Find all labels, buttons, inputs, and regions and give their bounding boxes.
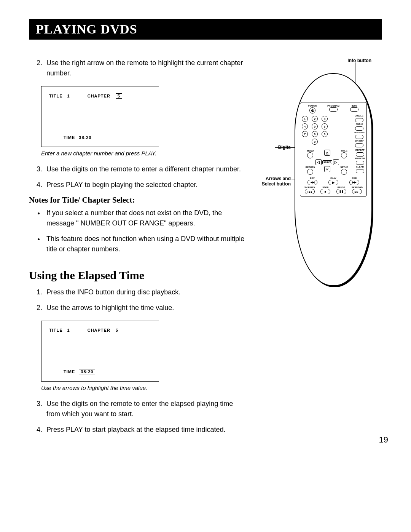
return-button — [307, 169, 313, 175]
title-button — [341, 152, 347, 158]
digit-8: 8 — [312, 131, 318, 137]
skipfwd-label: SKIP FWD — [352, 186, 363, 189]
power-button: ⏻ — [309, 107, 315, 113]
pause-button: ❚❚ — [336, 189, 346, 194]
osd-chapter-label: CHAPTER — [88, 94, 110, 98]
return-label: RETURN — [306, 166, 315, 168]
stop-label: STOP — [322, 186, 328, 189]
osd-time-value: 38:20 — [79, 135, 91, 140]
program-label: PROGRAM — [327, 105, 339, 107]
osd-chapter-label: CHAPTER — [88, 328, 110, 332]
notes-heading: Notes for Title/ Chapter Select: — [29, 195, 245, 205]
rev-label: REV — [310, 177, 314, 179]
select-button: SELECT — [322, 160, 332, 164]
skiprev-label: SKIP REV — [304, 186, 315, 189]
onoff-button — [355, 143, 363, 147]
osd-time-label: TIME — [64, 135, 75, 140]
step-item: Use the arrows to highlight the time val… — [44, 303, 245, 313]
osd-chapter-value: 5 — [116, 93, 122, 99]
osd-title-label: TITLE — [49, 328, 63, 332]
angle-button — [355, 118, 363, 122]
fwd-label: FWD — [352, 177, 357, 179]
angle-label: ANGLE — [355, 115, 363, 117]
pause-label: PAUSE — [338, 186, 345, 189]
power-label: POWER — [308, 105, 317, 107]
program-button — [329, 107, 338, 112]
title-label: TITLE — [341, 150, 347, 152]
osd-title-value: 1 — [67, 94, 70, 98]
notes-list: If you select a number that does not exi… — [29, 208, 245, 254]
digit-3: 3 — [322, 116, 328, 122]
steps-c: Press the INFO button during disc playba… — [29, 287, 245, 313]
info-label: INFO — [352, 105, 357, 107]
digit-4: 4 — [302, 123, 308, 129]
steps-b: Use the digits on the remote to enter a … — [29, 164, 245, 190]
step-item: Press the INFO button during disc playba… — [44, 287, 245, 297]
step-item: Use the digits on the remote to enter a … — [44, 164, 245, 174]
clear-button — [356, 169, 364, 173]
steps-d: Use the digits on the remote to enter th… — [29, 399, 245, 435]
skiprev-button: |◀◀ — [305, 189, 315, 194]
step-item: Use the digits on the remote to enter th… — [44, 399, 245, 419]
clear-label: CLEAR — [356, 166, 364, 168]
osd-caption: Use the arrows to highlight the time val… — [41, 385, 245, 391]
subtitle-button — [355, 135, 363, 139]
callout-arrows: Arrows and Select button — [256, 176, 291, 187]
osd-time-value: 38:20 — [79, 369, 95, 374]
page-number: 19 — [379, 435, 388, 445]
info-button — [350, 107, 358, 112]
osd-time-label: TIME — [64, 369, 75, 374]
digit-7: 7 — [302, 131, 308, 137]
osd-chapter: TITLE 1 CHAPTER 5 TIME 38:20 — [41, 86, 159, 147]
setup-button — [341, 169, 347, 175]
callout-info: Info button — [347, 58, 371, 63]
audio-label: AUDIO — [356, 123, 363, 125]
stop-button: ■ — [320, 189, 330, 194]
osd-caption: Enter a new chapter number and press PLA… — [41, 150, 245, 157]
digit-0: 0 — [312, 139, 318, 145]
digit-6: 6 — [322, 123, 328, 129]
remote-body: POWER ⏻ PROGRAM INFO — [295, 73, 372, 286]
arrow-left: ◁ — [315, 159, 322, 165]
skipfwd-button: ▶▶| — [352, 189, 362, 194]
osd-title-value: 1 — [67, 328, 70, 332]
step-item: Press PLAY to start playback at the elap… — [44, 425, 245, 435]
digit-9: 9 — [322, 131, 328, 137]
steps-a: Use the right arrow on the remote to hig… — [29, 58, 245, 78]
rev-button: ◀◀ — [307, 180, 317, 185]
arrow-up: △ — [324, 150, 330, 156]
digit-1: 1 — [302, 116, 308, 122]
note-item: This feature does not function when usin… — [44, 234, 245, 254]
play-button: ▶ — [328, 180, 338, 185]
menu-label: MENU — [307, 150, 314, 152]
onoff-label: ON-OFF — [355, 140, 364, 142]
remote-diagram: Info button Digits Arrows and Select but… — [256, 58, 382, 286]
section-title: PLAYING DVDS — [29, 19, 382, 40]
play-label: PLAY — [330, 177, 336, 179]
repeat-label: REPEAT — [355, 149, 365, 151]
osd-chapter-value: 5 — [116, 328, 118, 332]
arrow-right: ▷ — [333, 159, 339, 165]
audio-button — [355, 126, 363, 131]
digit-pad: 1 4 7 2 5 8 0 — [302, 115, 328, 146]
section-heading: Using the Elapsed Time — [29, 269, 245, 282]
menu-button — [307, 152, 313, 158]
repeat-button — [356, 152, 364, 157]
arrow-down: ▽ — [324, 166, 330, 172]
main-content: Use the right arrow on the remote to hig… — [29, 58, 245, 440]
note-item: If you select a number that does not exi… — [44, 208, 245, 228]
subtitle-label: SUBTITLE — [354, 131, 365, 134]
osd-title-label: TITLE — [49, 94, 63, 98]
digit-2: 2 — [312, 116, 318, 122]
step-item: Press PLAY to begin playing the selected… — [44, 180, 245, 190]
step-item: Use the right arrow on the remote to hig… — [44, 58, 245, 78]
osd-time: TITLE 1 CHAPTER 5 TIME 38:20 — [41, 321, 159, 382]
digit-5: 5 — [312, 123, 318, 129]
setup-label: SETUP — [340, 166, 348, 168]
fwd-button: ▶▶ — [349, 180, 359, 185]
marker-button — [356, 161, 364, 165]
marker-label: MARKER — [355, 157, 365, 160]
